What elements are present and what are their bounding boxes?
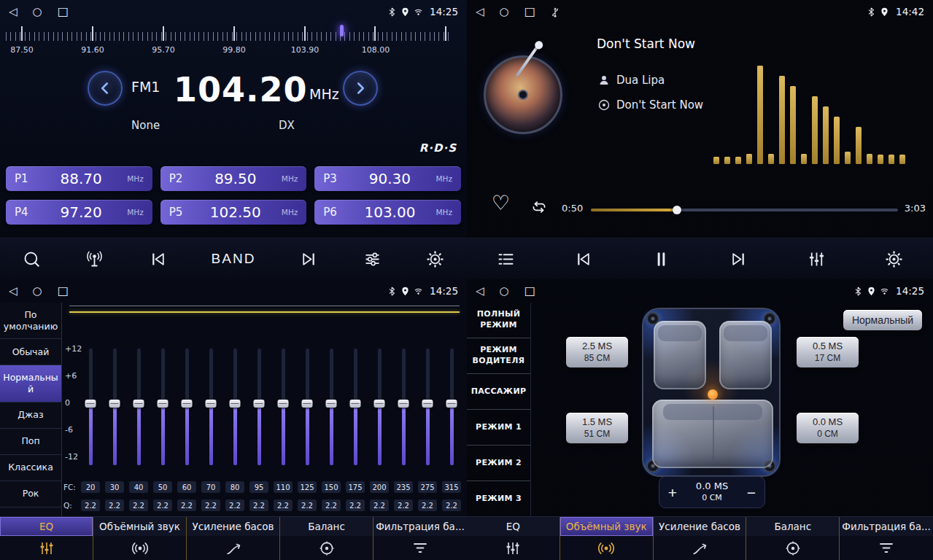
next-station-button[interactable] [296,246,322,272]
preset-p4[interactable]: P4 97.20 MHz [6,200,152,225]
sf-mode-full[interactable]: ПОЛНЫЙ РЕЖИМ [467,303,530,338]
back-button[interactable]: ◁ [9,286,18,297]
eq-slider-handle[interactable] [422,400,433,408]
eq-band-slider[interactable] [81,349,100,465]
home-button[interactable]: ○ [500,286,509,297]
eq-band-slider[interactable] [346,349,365,465]
tab-bass-boost[interactable]: Усиление басов [654,517,747,560]
sf-mode-3[interactable]: РЕЖИМ 3 [467,481,530,516]
recents-button[interactable]: □ [524,6,535,18]
preset-p6[interactable]: P6 103.00 MHz [314,200,461,225]
tab-eq[interactable]: EQ [0,517,93,560]
eq-band-slider[interactable] [394,349,413,465]
eq-preset-rock[interactable]: Рок [0,481,61,508]
next-track-button[interactable] [726,246,751,272]
home-button[interactable]: ○ [33,7,42,18]
eq-slider-handle[interactable] [158,400,169,408]
back-button[interactable]: ◁ [476,286,484,297]
eq-slider-handle[interactable] [182,400,193,408]
sf-mode-2[interactable]: РЕЖИМ 2 [467,446,530,481]
tab-surround[interactable]: Объёмный звук [93,517,187,560]
preset-p1[interactable]: P1 88.70 MHz [6,166,152,191]
eq-band-slider[interactable] [201,349,220,465]
equalizer-button[interactable] [804,246,829,272]
tuning-indicator[interactable] [340,25,344,36]
sf-mode-driver[interactable]: РЕЖИМ ВОДИТЕЛЯ [467,338,530,374]
scan-button[interactable] [19,246,44,272]
audio-settings-button[interactable] [360,246,385,272]
eq-preset-classic[interactable]: Классика [0,455,61,481]
recents-button[interactable]: □ [58,6,69,18]
settings-gear-button[interactable] [422,246,448,272]
previous-track-button[interactable] [570,246,596,272]
eq-slider-handle[interactable] [206,400,217,408]
preset-p5[interactable]: P5 102.50 MHz [160,200,307,225]
eq-band-slider[interactable] [153,349,172,465]
eq-slider-handle[interactable] [85,400,96,408]
eq-slider-handle[interactable] [374,400,385,408]
eq-slider-handle[interactable] [326,400,337,408]
back-button[interactable]: ◁ [476,7,484,18]
sf-mode-passenger[interactable]: ПАССАЖИР [467,374,530,410]
eq-slider-handle[interactable] [230,400,241,408]
eq-band-slider[interactable] [129,349,148,465]
eq-slider-handle[interactable] [109,400,120,408]
eq-slider-handle[interactable] [254,400,265,408]
repeat-button[interactable] [530,198,549,217]
eq-band-slider[interactable] [370,349,389,465]
eq-slider-handle[interactable] [446,400,457,408]
eq-preset-normal-selected[interactable]: Нормальный [0,365,61,402]
delay-decrease-button[interactable]: − [738,484,764,501]
frequency-ruler[interactable]: 87.50 91.60 95.70 99.80 103.90 108.00 [6,25,461,58]
tab-bass-boost[interactable]: Усиление басов [187,517,280,560]
delay-front-right-button[interactable]: 0.5 MS 17 CM [797,337,859,368]
back-button[interactable]: ◁ [9,7,18,18]
eq-preset-jazz[interactable]: Джаз [0,402,61,429]
previous-station-button[interactable] [145,246,171,272]
tab-surround[interactable]: Объёмный звук [560,517,654,560]
preset-p3[interactable]: P3 90.30 MHz [314,166,461,191]
preset-p2[interactable]: P2 89.50 MHz [160,166,307,191]
eq-slider-handle[interactable] [302,400,313,408]
sf-mode-1[interactable]: РЕЖИМ 1 [467,410,530,446]
eq-band-slider[interactable] [418,349,437,465]
favorite-button[interactable]: ♡ [487,192,514,214]
eq-band-slider[interactable] [442,349,461,465]
eq-preset-pop[interactable]: Поп [0,429,61,455]
eq-band-slider[interactable] [322,349,341,465]
progress-bar[interactable] [591,209,898,211]
broadcast-antenna-button[interactable] [82,246,107,272]
tab-eq[interactable]: EQ [467,517,560,560]
tune-up-button[interactable] [343,71,378,106]
eq-band-slider[interactable] [298,349,317,465]
delay-rear-left-button[interactable]: 1.5 MS 51 CM [566,413,628,443]
playlist-button[interactable] [493,246,519,272]
band-button[interactable]: BAND [209,248,259,270]
eq-band-slider[interactable] [274,349,293,465]
eq-band-slider[interactable] [225,349,244,465]
home-button[interactable]: ○ [500,7,509,18]
tab-filter[interactable]: Фильтрация ба... [373,517,467,560]
delay-front-left-button[interactable]: 2.5 MS 85 CM [566,337,628,368]
tab-filter[interactable]: Фильтрация ба... [840,517,933,560]
pause-button[interactable] [649,246,674,272]
progress-knob[interactable] [673,206,681,214]
tab-balance[interactable]: Баланс [746,517,840,560]
recents-button[interactable]: □ [524,285,535,297]
eq-band-slider[interactable] [177,349,196,465]
eq-slider-handle[interactable] [278,400,289,408]
eq-preset-custom[interactable]: Обычай [0,339,61,365]
delay-increase-button[interactable]: + [659,484,686,501]
settings-gear-button[interactable] [881,246,907,272]
eq-band-slider[interactable] [249,349,268,465]
home-button[interactable]: ○ [33,286,42,297]
eq-preset-default[interactable]: По умолчанию [0,303,61,339]
eq-slider-handle[interactable] [350,400,361,408]
delay-rear-right-button[interactable]: 0.0 MS 0 CM [797,413,859,443]
tab-balance[interactable]: Баланс [280,517,373,560]
eq-slider-handle[interactable] [398,400,409,408]
sound-preset-button[interactable]: Нормальный [843,310,922,330]
tune-down-button[interactable] [88,71,123,106]
recents-button[interactable]: □ [58,285,69,297]
eq-slider-handle[interactable] [133,400,144,408]
